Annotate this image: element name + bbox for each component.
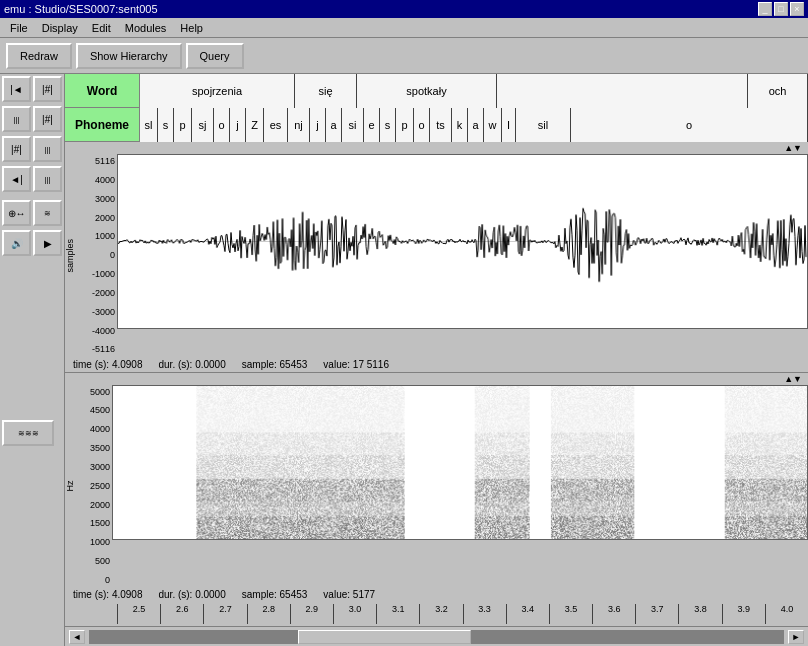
y-label-n3000: -3000	[92, 307, 115, 317]
zoom-icon[interactable]: ⊕↔	[2, 200, 31, 226]
segment-spojrzenia[interactable]: spojrzenia	[140, 74, 295, 108]
maximize-button[interactable]: □	[774, 2, 788, 16]
segment-sie[interactable]: się	[295, 74, 357, 108]
ph-sil[interactable]: sil	[516, 108, 571, 142]
query-button[interactable]: Query	[186, 43, 244, 69]
y-label-0: 0	[110, 250, 115, 260]
scroll-left-button[interactable]: ◄	[69, 630, 85, 644]
hash-icon-1[interactable]: |#|	[33, 76, 62, 102]
ph-p[interactable]: p	[174, 108, 192, 142]
ph-a2[interactable]: a	[468, 108, 484, 142]
spec-y-axis: 5000 4500 4000 3500 3000 2500 2000 1500 …	[77, 385, 112, 588]
waveform-canvas[interactable]	[117, 154, 808, 329]
wave-icon[interactable]: |||	[2, 106, 31, 132]
ph-sl[interactable]: sl	[140, 108, 158, 142]
y-label-n1000: -1000	[92, 269, 115, 279]
hash-icon-2[interactable]: |#|	[33, 106, 62, 132]
ph-o[interactable]: o	[214, 108, 230, 142]
toolbar: Redraw Show Hierarchy Query	[0, 38, 808, 74]
wave-icon-3[interactable]: |||	[33, 166, 62, 192]
phoneme-track-segments: sl s p sj o j Z es nj j a si e s p o ts …	[140, 108, 808, 142]
menu-modules[interactable]: Modules	[119, 21, 173, 35]
hash-icon-3[interactable]: |#|	[2, 136, 31, 162]
timeline-tick-40: 4.0	[765, 604, 808, 624]
spec-y-3500: 3500	[90, 443, 110, 453]
timeline-tick-39: 3.9	[722, 604, 765, 624]
ph-a1[interactable]: a	[326, 108, 342, 142]
ph-nj[interactable]: nj	[288, 108, 310, 142]
main-content: |◄ |#| ||| |#| |#| ||| ◄| ||| ⊕↔ ≋ 🔊 ▶ ≋…	[0, 74, 808, 646]
close-button[interactable]: ×	[790, 2, 804, 16]
scroll-right-button[interactable]: ►	[788, 630, 804, 644]
ph-j1[interactable]: j	[230, 108, 246, 142]
minimize-button[interactable]: _	[758, 2, 772, 16]
ph-si[interactable]: si	[342, 108, 364, 142]
ph-j2[interactable]: j	[310, 108, 326, 142]
ph-p2[interactable]: p	[396, 108, 414, 142]
speaker-icon[interactable]: 🔊	[2, 230, 31, 256]
show-hierarchy-button[interactable]: Show Hierarchy	[76, 43, 182, 69]
ph-k[interactable]: k	[452, 108, 468, 142]
spectrogram-icon[interactable]: ≋≋≋	[2, 420, 54, 446]
spec-collapse-icon[interactable]: ▲▼	[782, 374, 804, 384]
zoom-wave-icon[interactable]: ≋	[33, 200, 62, 226]
spectrogram-canvas[interactable]	[112, 385, 808, 540]
waveform-sample: sample: 65453	[242, 359, 308, 370]
menu-edit[interactable]: Edit	[86, 21, 117, 35]
rewind-icon[interactable]: |◄	[2, 76, 31, 102]
spec-y-2500: 2500	[90, 481, 110, 491]
play-icon[interactable]: ▶	[33, 230, 62, 256]
ph-Z[interactable]: Z	[246, 108, 264, 142]
menu-bar: File Display Edit Modules Help	[0, 18, 808, 38]
menu-help[interactable]: Help	[174, 21, 209, 35]
waveform-area: samples 5116 4000 3000 2000 1000 0 -1000…	[65, 154, 808, 357]
wave-icon-2[interactable]: |||	[33, 136, 62, 162]
scrollbar-track[interactable]	[89, 630, 784, 644]
word-track: Word spojrzenia się spotkały och	[65, 74, 808, 108]
ph-sj[interactable]: sj	[192, 108, 214, 142]
spectrogram-status-bar: time (s): 4.0908 dur. (s): 0.0000 sample…	[65, 587, 808, 602]
waveform-y-side-label: samples	[65, 154, 77, 357]
timeline-tick-31: 3.1	[376, 604, 419, 624]
timeline-tick-30: 3.0	[333, 604, 376, 624]
y-label-n2000: -2000	[92, 288, 115, 298]
step-back-icon[interactable]: ◄|	[2, 166, 31, 192]
waveform-collapse-icon[interactable]: ▲▼	[782, 143, 804, 153]
spec-y-0: 0	[105, 575, 110, 585]
menu-file[interactable]: File	[4, 21, 34, 35]
timeline-tick-29: 2.9	[290, 604, 333, 624]
ph-s2[interactable]: s	[380, 108, 396, 142]
ph-ts[interactable]: ts	[430, 108, 452, 142]
spec-y-3000: 3000	[90, 462, 110, 472]
segment-och[interactable]: och	[748, 74, 808, 108]
y-label-2000: 2000	[95, 213, 115, 223]
spec-y-side-label: Hz	[65, 385, 77, 588]
timeline-tick-26: 2.6	[160, 604, 203, 624]
timeline: 2.5 2.6 2.7 2.8 2.9 3.0 3.1 3.2 3.3 3.4 …	[117, 602, 808, 626]
ph-s[interactable]: s	[158, 108, 174, 142]
timeline-row: 2.5 2.6 2.7 2.8 2.9 3.0 3.1 3.2 3.3 3.4 …	[65, 602, 808, 626]
ph-w[interactable]: w	[484, 108, 502, 142]
ph-es[interactable]: es	[264, 108, 288, 142]
timeline-tick-34: 3.4	[506, 604, 549, 624]
timeline-tick-33: 3.3	[463, 604, 506, 624]
ph-e[interactable]: e	[364, 108, 380, 142]
spec-value: value: 5177	[323, 589, 375, 600]
menu-display[interactable]: Display	[36, 21, 84, 35]
ph-o2[interactable]: o	[414, 108, 430, 142]
scrollbar-thumb[interactable]	[298, 630, 472, 644]
spec-y-500: 500	[95, 556, 110, 566]
segment-empty[interactable]	[497, 74, 748, 108]
ph-o3[interactable]: o	[571, 108, 808, 142]
segment-spotkaly[interactable]: spotkały	[357, 74, 497, 108]
waveform-value: value: 17 5116	[323, 359, 389, 370]
spec-y-4000: 4000	[90, 424, 110, 434]
timeline-tick-32: 3.2	[419, 604, 462, 624]
ph-I[interactable]: I	[502, 108, 516, 142]
spec-sample: sample: 65453	[242, 589, 308, 600]
redraw-button[interactable]: Redraw	[6, 43, 72, 69]
timeline-tick-28: 2.8	[247, 604, 290, 624]
spec-time: time (s): 4.0908	[73, 589, 142, 600]
waveform-dur: dur. (s): 0.0000	[158, 359, 225, 370]
spectrogram-area: Hz 5000 4500 4000 3500 3000 2500 2000 15…	[65, 385, 808, 588]
